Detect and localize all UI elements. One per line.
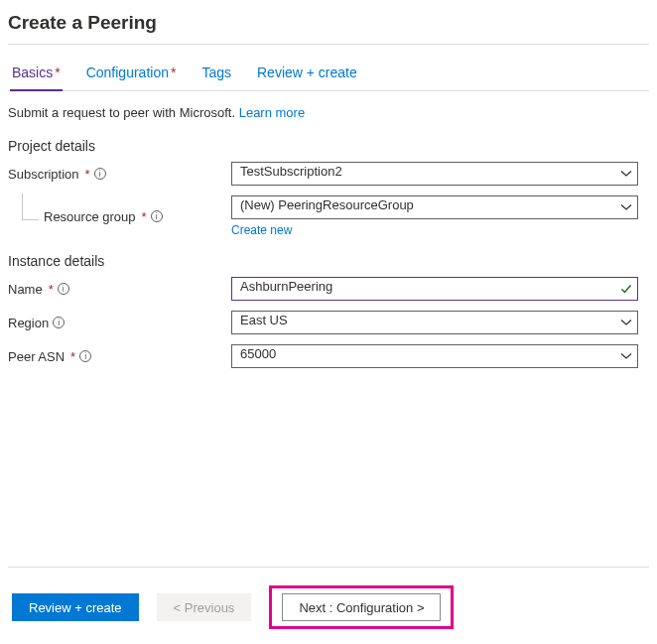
tab-review[interactable]: Review + create xyxy=(255,57,359,90)
required-marker: * xyxy=(70,349,75,364)
required-marker: * xyxy=(142,209,147,224)
create-new-link[interactable]: Create new xyxy=(231,223,292,237)
info-icon[interactable]: i xyxy=(58,283,69,295)
subscription-select[interactable]: TestSubscription2 xyxy=(231,162,638,186)
peer-asn-select[interactable]: 65000 xyxy=(231,344,638,368)
tab-label: Tags xyxy=(201,64,231,80)
tab-label: Review + create xyxy=(257,64,357,80)
resource-group-value: (New) PeeringResourceGroup xyxy=(231,195,638,219)
intro-body: Submit a request to peer with Microsoft. xyxy=(8,105,235,120)
label-resource-group: Resource group xyxy=(44,209,136,224)
tab-label: Configuration xyxy=(86,64,169,80)
required-marker: * xyxy=(85,167,90,182)
divider xyxy=(8,44,649,45)
tab-tags[interactable]: Tags xyxy=(199,57,233,90)
tab-configuration[interactable]: Configuration* xyxy=(84,57,179,90)
section-instance-details: Instance details xyxy=(8,253,649,269)
next-button[interactable]: Next : Configuration > xyxy=(282,593,441,621)
region-value: East US xyxy=(231,311,638,334)
label-name: Name xyxy=(8,282,43,297)
row-peer-asn: Peer ASN * i 65000 xyxy=(8,344,649,368)
intro-text: Submit a request to peer with Microsoft.… xyxy=(8,105,649,120)
peer-asn-value: 65000 xyxy=(231,344,638,368)
required-marker: * xyxy=(55,64,60,80)
page-title: Create a Peering xyxy=(8,12,649,34)
label-peer-asn: Peer ASN xyxy=(8,349,65,364)
learn-more-link[interactable]: Learn more xyxy=(239,105,305,120)
label-subscription: Subscription xyxy=(8,167,79,182)
section-project-details: Project details xyxy=(8,138,649,154)
info-icon[interactable]: i xyxy=(94,168,106,180)
resource-group-select[interactable]: (New) PeeringResourceGroup xyxy=(231,195,638,219)
row-name: Name * i AshburnPeering xyxy=(8,277,649,301)
tab-basics[interactable]: Basics* xyxy=(10,57,63,90)
tab-label: Basics xyxy=(12,64,53,80)
label-region: Region xyxy=(8,316,49,330)
row-subscription: Subscription * i TestSubscription2 xyxy=(8,162,649,186)
row-region: Region i East US xyxy=(8,311,649,334)
row-resource-group: Resource group * i (New) PeeringResource… xyxy=(8,195,649,237)
info-icon[interactable]: i xyxy=(79,350,91,362)
required-marker: * xyxy=(171,64,176,80)
subscription-value: TestSubscription2 xyxy=(231,162,638,186)
previous-button[interactable]: < Previous xyxy=(157,593,252,621)
highlight-box: Next : Configuration > xyxy=(269,585,454,629)
footer: Review + create < Previous Next : Config… xyxy=(8,568,649,644)
required-marker: * xyxy=(49,282,54,297)
tabs: Basics* Configuration* Tags Review + cre… xyxy=(8,57,649,91)
review-create-button[interactable]: Review + create xyxy=(12,593,139,621)
name-input[interactable]: AshburnPeering xyxy=(231,277,638,301)
info-icon[interactable]: i xyxy=(151,210,163,222)
region-select[interactable]: East US xyxy=(231,311,638,334)
info-icon[interactable]: i xyxy=(53,317,65,328)
